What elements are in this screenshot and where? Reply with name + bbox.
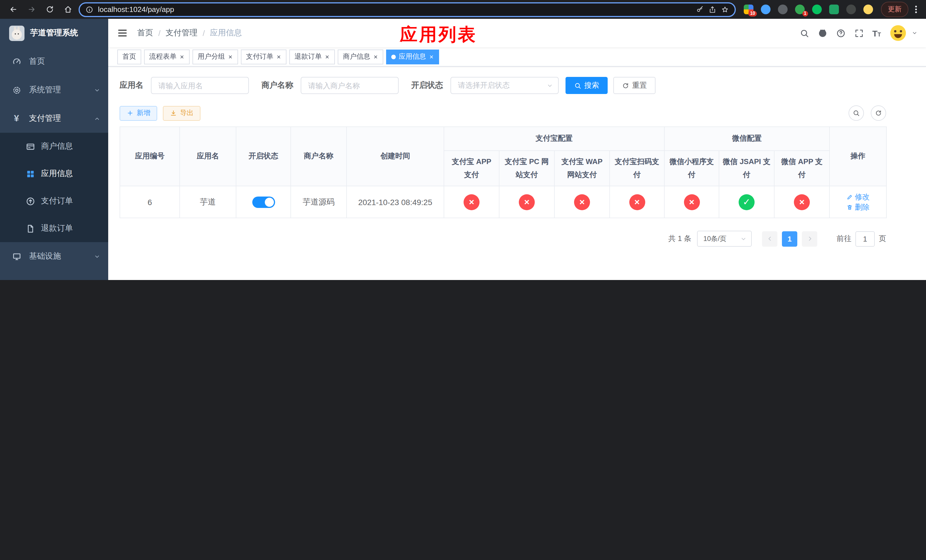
user-avatar[interactable] bbox=[890, 24, 906, 42]
toggle-knob bbox=[265, 197, 274, 206]
group-header-alipay: 支付宝配置 bbox=[444, 127, 664, 151]
refresh-table-button[interactable] bbox=[871, 105, 886, 121]
merchant-name-input[interactable] bbox=[301, 77, 399, 94]
back-button[interactable] bbox=[6, 2, 21, 17]
extension-wechat-icon[interactable] bbox=[812, 5, 822, 14]
chevron-down-icon bbox=[740, 236, 747, 242]
navbar-actions: TT bbox=[799, 24, 917, 42]
app-name-label: 应用名 bbox=[120, 80, 144, 91]
cell-created: 2021-10-23 08:49:25 bbox=[346, 186, 444, 218]
grid-icon bbox=[25, 169, 35, 179]
browser-menu-icon[interactable] bbox=[912, 6, 920, 13]
sidebar-item-pay-order[interactable]: 支付订单 bbox=[0, 188, 108, 215]
hamburger-icon[interactable] bbox=[117, 27, 128, 39]
export-button[interactable]: 导出 bbox=[163, 106, 200, 121]
payment-submenu: 商户信息 应用信息 支付订单 退款订单 bbox=[0, 133, 108, 242]
document-icon bbox=[25, 223, 35, 233]
breadcrumb-home[interactable]: 首页 bbox=[137, 28, 153, 38]
tab-pay-order[interactable]: 支付订单× bbox=[241, 49, 286, 64]
url-text[interactable]: localhost:1024/pay/app bbox=[98, 5, 691, 14]
fullscreen-icon[interactable] bbox=[854, 28, 864, 38]
page-size-select[interactable]: 10条/页 bbox=[697, 231, 752, 247]
col-header-alipay-app: 支付宝 APP 支付 bbox=[444, 151, 499, 186]
dashboard-icon bbox=[11, 56, 22, 67]
next-page-button[interactable] bbox=[802, 231, 817, 247]
close-tab-icon[interactable]: × bbox=[325, 53, 330, 60]
tab-user-group[interactable]: 用户分组× bbox=[192, 49, 238, 64]
app-logo: 芋道管理系统 bbox=[0, 19, 108, 47]
page-number-button[interactable]: 1 bbox=[782, 231, 797, 247]
sidebar-menu: 首页 系统管理 ¥ 支付管理 商户信息 bbox=[0, 47, 108, 280]
toggle-search-button[interactable] bbox=[849, 105, 864, 121]
sidebar: 芋道管理系统 首页 系统管理 ¥ 支付管理 bbox=[0, 19, 108, 280]
avatar-caret-icon[interactable] bbox=[912, 30, 917, 36]
yen-icon: ¥ bbox=[11, 114, 22, 124]
prev-page-button[interactable] bbox=[762, 231, 777, 247]
extensions-puzzle-icon[interactable]: 10 bbox=[744, 5, 754, 14]
close-tab-icon[interactable]: × bbox=[429, 53, 434, 60]
wx-app-status-icon bbox=[794, 194, 810, 210]
goto-page-input[interactable] bbox=[855, 231, 875, 247]
breadcrumb-payment[interactable]: 支付管理 bbox=[166, 28, 198, 38]
forward-button[interactable] bbox=[24, 2, 39, 17]
col-header-alipay-qr: 支付宝扫码支付 bbox=[610, 151, 664, 186]
sidebar-item-merchant-info[interactable]: 商户信息 bbox=[0, 133, 108, 160]
sidebar-item-dev-tools[interactable]: 研发工具 bbox=[0, 271, 108, 280]
sidebar-item-system[interactable]: 系统管理 bbox=[0, 76, 108, 104]
font-size-icon[interactable]: TT bbox=[872, 29, 881, 37]
tags-view-bar: 首页 流程表单× 用户分组× 支付订单× 退款订单× 商户信息× 应用信息× bbox=[108, 47, 926, 67]
pagination: 共 1 条 10条/页 1 前往 页 bbox=[120, 231, 886, 247]
close-tab-icon[interactable]: × bbox=[373, 53, 378, 60]
site-info-icon[interactable] bbox=[85, 5, 94, 14]
sidebar-item-payment[interactable]: ¥ 支付管理 bbox=[0, 104, 108, 133]
close-tab-icon[interactable]: × bbox=[228, 53, 233, 60]
share-icon[interactable] bbox=[708, 5, 716, 14]
breadcrumb: 首页 / 支付管理 / 应用信息 bbox=[137, 28, 242, 38]
sidebar-item-app-info[interactable]: 应用信息 bbox=[0, 160, 108, 188]
chevron-up-icon bbox=[94, 115, 100, 122]
extension-green-badge-icon[interactable]: 1 bbox=[795, 5, 805, 14]
tab-app-info[interactable]: 应用信息× bbox=[386, 49, 439, 64]
col-header-created: 创建时间 bbox=[346, 127, 444, 186]
github-icon[interactable] bbox=[817, 28, 827, 38]
goto-label: 前往 bbox=[837, 233, 851, 244]
sidebar-item-refund-order[interactable]: 退款订单 bbox=[0, 215, 108, 242]
sidebar-item-infrastructure[interactable]: 基础设施 bbox=[0, 242, 108, 271]
extension-book-icon[interactable] bbox=[829, 5, 839, 14]
breadcrumb-current: 应用信息 bbox=[210, 28, 242, 38]
table-toolbar: 新增 导出 bbox=[120, 105, 886, 121]
col-header-alipay-pc: 支付宝 PC 网站支付 bbox=[499, 151, 554, 186]
status-select[interactable]: 请选择开启状态 bbox=[451, 77, 559, 94]
add-button[interactable]: 新增 bbox=[120, 106, 157, 121]
search-icon[interactable] bbox=[799, 28, 809, 38]
goto-unit: 页 bbox=[879, 233, 886, 244]
close-tab-icon[interactable]: × bbox=[276, 53, 281, 60]
tab-merchant-info[interactable]: 商户信息× bbox=[338, 49, 383, 64]
browser-update-button[interactable]: 更新 bbox=[881, 2, 908, 17]
extension-dark-icon[interactable] bbox=[778, 5, 788, 14]
password-key-icon[interactable] bbox=[696, 5, 704, 14]
address-bar[interactable]: localhost:1024/pay/app bbox=[79, 2, 736, 17]
reset-button[interactable]: 重置 bbox=[613, 77, 655, 94]
delete-button[interactable]: 删除 bbox=[846, 202, 870, 212]
app-name-input[interactable] bbox=[151, 77, 249, 94]
bookmark-star-icon[interactable] bbox=[721, 5, 729, 14]
help-icon[interactable] bbox=[836, 28, 846, 38]
col-header-alipay-wap: 支付宝 WAP 网站支付 bbox=[554, 151, 610, 186]
tab-process-form[interactable]: 流程表单× bbox=[144, 49, 190, 64]
reload-button[interactable] bbox=[42, 2, 57, 17]
edit-button[interactable]: 修改 bbox=[846, 192, 870, 202]
tab-refund-order[interactable]: 退款订单× bbox=[289, 49, 335, 64]
extension-blue-icon[interactable] bbox=[761, 5, 770, 14]
enabled-toggle[interactable] bbox=[252, 196, 275, 207]
chevron-down-icon bbox=[547, 82, 553, 89]
tab-home[interactable]: 首页 bbox=[117, 49, 141, 64]
home-button[interactable] bbox=[61, 2, 75, 17]
sidebar-item-home[interactable]: 首页 bbox=[0, 47, 108, 76]
search-button[interactable]: 搜索 bbox=[566, 77, 608, 94]
extension-face-icon[interactable] bbox=[863, 5, 873, 14]
chevron-down-icon bbox=[94, 253, 100, 259]
page-annotation: 应用列表 bbox=[400, 23, 477, 47]
extension-pin-icon[interactable] bbox=[846, 5, 856, 14]
close-tab-icon[interactable]: × bbox=[179, 53, 185, 60]
